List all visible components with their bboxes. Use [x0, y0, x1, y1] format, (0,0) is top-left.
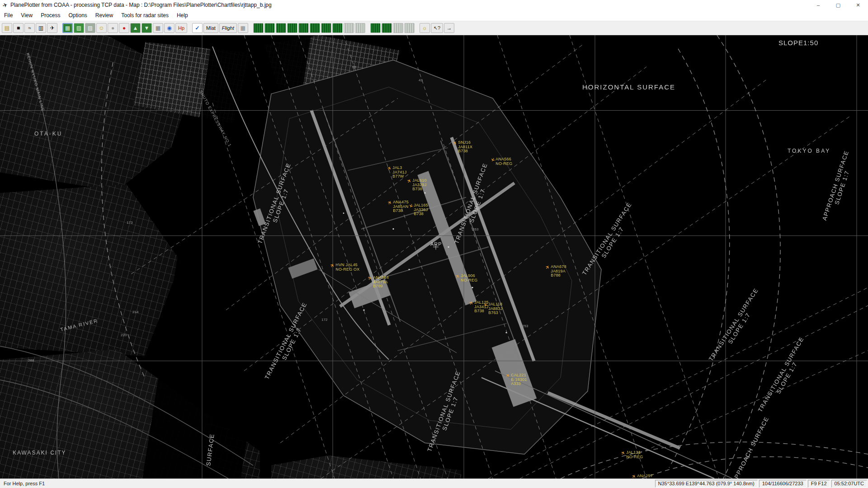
globe-view-button[interactable]: ◉: [164, 23, 175, 33]
aircraft-marker[interactable]: ✈JAL906NO-REG: [456, 274, 477, 282]
chart-preset-7-button[interactable]: [321, 23, 331, 33]
toolbar-separator: [188, 23, 191, 33]
aircraft-marker[interactable]: ✈ANA475JA85ANB738: [388, 200, 409, 213]
filter-checkbox[interactable]: ✓: [192, 23, 203, 33]
zoom-in-button[interactable]: [370, 23, 381, 33]
aircraft-icon: ✈: [406, 178, 413, 184]
aircraft-marker[interactable]: ✈JAL3JA741JB77W: [387, 166, 406, 179]
aircraft-marker[interactable]: ✈JAL165JA336JB738: [409, 203, 428, 216]
aircraft-icon: ✈: [490, 157, 496, 163]
menu-options[interactable]: Options: [65, 10, 91, 21]
menu-file[interactable]: File: [0, 10, 17, 21]
elevation-label: 43: [419, 78, 423, 82]
chart-preset-3-button[interactable]: [276, 23, 286, 33]
toolbar: ▤■≈▥✈▦▨▨☺●●▲▼▦◉Hp✓MlatFlight▦☼↖?→: [0, 21, 868, 35]
surface-label: TRANSITIONAL SURFACESLOPE 1:7: [757, 336, 811, 417]
zoom-out-button[interactable]: [382, 23, 392, 33]
menu-process[interactable]: Process: [37, 10, 64, 21]
place-label: TOKYO BAY: [788, 148, 830, 155]
place-label: HORIZONTAL SURFACE: [582, 83, 675, 91]
chart-off-button[interactable]: ▨: [85, 23, 95, 33]
mlat-button[interactable]: Mlat: [203, 23, 218, 33]
aircraft-marker[interactable]: ✈HVN JAL45NO-REG OX: [330, 263, 360, 272]
record-button[interactable]: ●: [119, 23, 129, 33]
chart-preset-8-button[interactable]: [332, 23, 343, 33]
chart-preset-5-button[interactable]: [298, 23, 309, 33]
menu-tools-for-radar-sites[interactable]: Tools for radar sites: [117, 10, 173, 21]
context-help-button[interactable]: ↖?: [431, 23, 443, 33]
aircraft-icon: ✈: [620, 450, 626, 456]
aircraft-label: SNJ16JA811XB738: [458, 141, 472, 154]
network-options-button[interactable]: ▦: [153, 23, 163, 33]
map-overlay: SLOPE1:50HORIZONTAL SURFACETOKYO BAYOTA-…: [0, 35, 868, 479]
aircraft-marker[interactable]: ✈ANA566NO-REG: [491, 157, 512, 166]
aircraft-marker[interactable]: ✈CAL221B-18301A333: [506, 373, 527, 386]
chart-select-button[interactable]: ▨: [74, 23, 84, 33]
window-controls: – ▢ ✕: [808, 0, 868, 10]
grid-toggle-button[interactable]: ▦: [238, 23, 248, 33]
share-upload-button[interactable]: ▲: [130, 23, 141, 33]
signal-view-button[interactable]: ≈: [24, 23, 35, 33]
surface-label: APPROACH SURFACE: [731, 416, 771, 479]
chart-preset-4-button[interactable]: [287, 23, 297, 33]
app-window: ✈ PlanePlotter from COAA - processing TC…: [0, 0, 868, 488]
chart-view-button[interactable]: ▦: [62, 23, 73, 33]
aircraft-label: JAL906NO-REG: [461, 274, 477, 282]
aircraft-label: JAL610JA329JB738: [412, 178, 427, 192]
place-label: OTA-KU: [34, 131, 62, 137]
aircraft-marker[interactable]: ✈SNJ16JA811XB738: [453, 141, 472, 154]
surface-label: TRANSITIONAL SURFACESLOPE 1:7: [426, 370, 468, 455]
aircraft-marker[interactable]: ✈ANA257: [632, 474, 653, 479]
flight-button[interactable]: Flight: [219, 23, 237, 33]
status-segments: N35°33.699 E139°44.763 (079.9° 140.8nm)1…: [654, 480, 867, 488]
place-label: SHUTO EXPRESSWAY NO.1: [198, 89, 232, 148]
aircraft-view-button[interactable]: ✈: [47, 23, 57, 33]
chart-preset-off-1-button[interactable]: [344, 23, 354, 33]
chart-preset-6-button[interactable]: [310, 23, 320, 33]
pan-left-button[interactable]: [393, 23, 403, 33]
aircraft-icon: ✈: [387, 200, 393, 206]
share-download-button[interactable]: ▼: [142, 23, 152, 33]
aircraft-label: ANA566NO-REG: [495, 157, 512, 166]
aircraft-marker[interactable]: ✈JAL610JA329JB738: [407, 178, 427, 192]
open-chart-button[interactable]: ▤: [2, 23, 12, 33]
menu-help[interactable]: Help: [173, 10, 192, 21]
aircraft-marker[interactable]: ✈ANA864JA879AB789: [368, 276, 389, 289]
map-canvas[interactable]: SLOPE1:50HORIZONTAL SURFACETOKYO BAYOTA-…: [0, 35, 868, 479]
message-view-button[interactable]: ▥: [36, 23, 46, 33]
elevation-label: 220: [121, 333, 127, 337]
daylight-toggle-button[interactable]: ☼: [420, 23, 430, 33]
elevation-label: 253: [522, 324, 528, 328]
status-idle-icon[interactable]: ●: [108, 23, 118, 33]
help-mode-button[interactable]: Hp: [175, 23, 187, 33]
surface-label: TRANSITIONAL SURFACESLOPE 1:7: [264, 301, 314, 384]
elevation-label: 214: [132, 310, 138, 314]
close-button[interactable]: ✕: [848, 0, 868, 10]
aircraft-icon: ✈: [330, 263, 336, 268]
minimize-button[interactable]: –: [808, 0, 828, 10]
surface-label: TRANSITIONAL SURFACESLOPE 1:7: [453, 162, 495, 247]
elevation-label: 173: [127, 221, 132, 225]
more-tools-button[interactable]: →: [444, 23, 454, 33]
aircraft-icon: ✈: [387, 165, 392, 171]
stop-button[interactable]: ■: [13, 23, 24, 33]
aircraft-label: JAL165JA336JB738: [414, 203, 428, 216]
aircraft-marker[interactable]: ✈JAL118JA883JB763: [483, 302, 502, 315]
menu-review[interactable]: Review: [91, 10, 117, 21]
aircraft-icon: ✈: [482, 302, 489, 308]
aircraft-label: JAL121NO-REG: [626, 450, 643, 459]
aircraft-label: ANA678JA819AB788: [551, 265, 566, 278]
chart-preset-off-2-button[interactable]: [355, 23, 365, 33]
chart-preset-1-button[interactable]: [253, 23, 264, 33]
menu-view[interactable]: View: [17, 10, 37, 21]
aircraft-marker[interactable]: ✈JAL121NO-REG: [621, 450, 643, 459]
menu-bar: FileViewProcessOptionsReviewTools for ra…: [0, 10, 868, 21]
aircraft-marker[interactable]: ✈ANA678JA819AB788: [546, 265, 566, 278]
pan-right-button[interactable]: [404, 23, 415, 33]
aircraft-icon: ✈: [408, 203, 414, 208]
toolbar-separator: [249, 23, 252, 33]
status-smiley-icon[interactable]: ☺: [96, 23, 107, 33]
chart-preset-2-button[interactable]: [264, 23, 275, 33]
maximize-button[interactable]: ▢: [828, 0, 848, 10]
status-clock: 05:52:07UTC: [831, 480, 867, 488]
